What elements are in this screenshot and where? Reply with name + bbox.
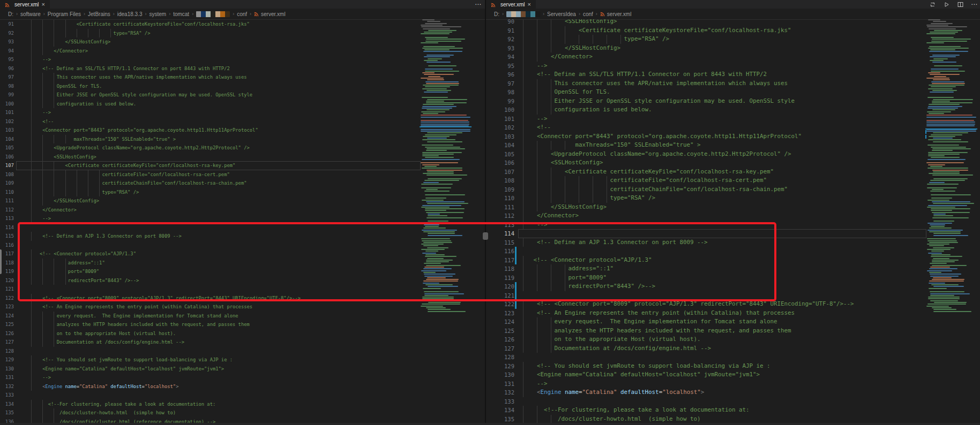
code-line[interactable]: 122 <!-- <Connector port="8009" protocol… xyxy=(0,294,485,303)
code-line[interactable]: 125 analyzes the HTTP headers included w… xyxy=(486,327,980,336)
left-edge-scroll-indicator[interactable] xyxy=(0,249,2,274)
code-line[interactable]: 94 </Connector> xyxy=(486,52,980,62)
breadcrumb-item[interactable]: ServersIdea xyxy=(547,11,577,17)
code-line[interactable]: 115 <!-- Define an AJP 1.3 Connector on … xyxy=(486,238,980,247)
modified-line-indicator[interactable] xyxy=(515,282,517,291)
code-line[interactable]: 113 --> xyxy=(0,214,485,223)
code-line[interactable]: 122 <!-- <Connector port="8009" protocol… xyxy=(486,300,980,309)
code-line[interactable]: 121 xyxy=(486,291,980,300)
code-line[interactable]: 90 <SSLHostConfig> xyxy=(486,19,980,26)
minimap-left[interactable] xyxy=(420,19,472,425)
modified-line-indicator[interactable] xyxy=(515,247,517,256)
code-line[interactable]: 135 /docs/cluster-howto.html (simple how… xyxy=(0,408,485,418)
breadcrumb-item[interactable]: idea18.3.3 xyxy=(117,11,143,17)
code-line[interactable]: 99 Either JSSE or OpenSSL style configur… xyxy=(486,97,980,106)
tab-close-icon[interactable]: × xyxy=(42,2,45,7)
minimap-right[interactable] xyxy=(925,19,977,425)
code-line[interactable]: 119 port="8009" xyxy=(0,267,485,276)
code-line[interactable]: 98 OpenSSL for TLS. xyxy=(0,82,485,91)
code-line[interactable]: 92 type="RSA" /> xyxy=(0,29,485,38)
code-line[interactable]: 126 on to the appropriate Host (virtual … xyxy=(0,329,485,338)
code-line[interactable]: 126 on to the appropriate Host (virtual … xyxy=(486,335,980,344)
code-line[interactable]: 94 </Connector> xyxy=(0,47,485,56)
code-line[interactable]: 93 </SSLHostConfig> xyxy=(0,37,485,47)
breadcrumb-item-redacted[interactable] xyxy=(196,11,230,17)
code-line[interactable]: 130 <Engine name="Catalina" defaultHost=… xyxy=(486,370,980,380)
breadcrumb-item[interactable]: JetBrains xyxy=(87,11,111,17)
code-line[interactable]: 104 maxThreads="150" SSLEnabled="true" > xyxy=(486,141,980,150)
run-button[interactable] xyxy=(943,1,950,8)
code-line[interactable]: 103 <Connector port="8443" protocol="org… xyxy=(486,132,980,141)
scrollbar-right[interactable] xyxy=(977,19,980,425)
code-line[interactable]: 108 certificateFile="conf/localhost-rsa-… xyxy=(0,170,485,179)
split-editor-button[interactable] xyxy=(957,1,964,8)
tab-close-icon[interactable]: × xyxy=(528,2,531,7)
code-line[interactable]: 135 /docs/cluster-howto.html (simple how… xyxy=(486,415,980,424)
breadcrumb-item[interactable]: D: xyxy=(8,11,14,17)
code-line[interactable]: 114 xyxy=(0,223,485,232)
code-line[interactable]: 91 <Certificate certificateKeystoreFile=… xyxy=(486,26,980,35)
open-changes-icon[interactable] xyxy=(929,1,936,8)
code-line[interactable]: 101 --> xyxy=(486,115,980,124)
code-line[interactable]: 111 </SSLHostConfig> xyxy=(0,196,485,206)
code-line[interactable]: 131 --> xyxy=(486,380,980,389)
code-line[interactable]: 121 xyxy=(0,285,485,294)
code-line[interactable]: 118 address="::1" xyxy=(486,264,980,274)
tab-server-xml-left[interactable]: server.xml × xyxy=(0,0,50,9)
code-line[interactable]: 115 <!-- Define an AJP 1.3 Connector on … xyxy=(0,232,485,241)
code-line[interactable]: 99 Either JSSE or OpenSSL style configur… xyxy=(0,90,485,100)
code-line[interactable]: 106 <SSLHostConfig> xyxy=(0,153,485,162)
code-editor-left[interactable]: 91 <Certificate certificateKeystoreFile=… xyxy=(0,19,485,425)
scrollbar-left[interactable] xyxy=(472,19,485,425)
code-line[interactable]: 109 certificateChainFile="conf/localhost… xyxy=(0,179,485,188)
modified-line-indicator[interactable] xyxy=(515,300,517,309)
code-line[interactable]: 127 Documentation at /docs/config/engine… xyxy=(486,344,980,353)
code-line[interactable]: 116 xyxy=(0,241,485,250)
code-line[interactable]: 100 configuration is used below. xyxy=(0,100,485,109)
pane-sash-handle[interactable] xyxy=(483,232,488,240)
code-line[interactable]: 111 </SSLHostConfig> xyxy=(486,203,980,212)
code-line[interactable]: 110 type="RSA" /> xyxy=(486,194,980,203)
code-line[interactable]: 107 <Certificate certificateKeyFile="con… xyxy=(0,161,485,170)
breadcrumb-item[interactable]: Program Files xyxy=(47,11,81,17)
code-line[interactable]: 110 type="RSA" /> xyxy=(0,188,485,197)
code-line[interactable]: 92 type="RSA" /> xyxy=(486,35,980,44)
code-line[interactable]: 105 <UpgradeProtocol className="org.apac… xyxy=(486,150,980,159)
modified-line-indicator[interactable] xyxy=(515,291,517,300)
code-line[interactable]: 117 <!-- <Connector protocol="AJP/1.3" xyxy=(0,249,485,259)
code-line[interactable]: 97 This connector uses the APR/native im… xyxy=(486,79,980,88)
code-line[interactable]: 114 xyxy=(486,229,980,238)
code-line[interactable]: 112 </Connector> xyxy=(486,211,980,221)
code-line[interactable]: 105 <UpgradeProtocol className="org.apac… xyxy=(0,143,485,153)
code-line[interactable]: 104 maxThreads="150" SSLEnabled="true" > xyxy=(0,135,485,144)
code-line[interactable]: 117 <!-- <Connector protocol="AJP/1.3" xyxy=(486,256,980,265)
code-line[interactable]: 134 <!--For clustering, please take a lo… xyxy=(0,400,485,409)
code-line[interactable]: 102 <!-- xyxy=(0,117,485,126)
code-line[interactable]: 132 <Engine name="Catalina" defaultHost=… xyxy=(486,388,980,397)
code-line[interactable]: 120 redirectPort="8443" />--> xyxy=(486,282,980,291)
code-line[interactable]: 95 --> xyxy=(486,62,980,71)
code-line[interactable]: 129 <!-- You should set jvmRoute to supp… xyxy=(0,355,485,365)
breadcrumb-item-redacted[interactable] xyxy=(506,11,541,17)
code-line[interactable]: 123 <!-- An Engine represents the entry … xyxy=(486,309,980,318)
code-line[interactable]: 101 --> xyxy=(0,108,485,117)
breadcrumb-item[interactable]: software xyxy=(20,11,41,17)
breadcrumb-item[interactable]: tomcat xyxy=(173,11,190,17)
code-line[interactable]: 113 --> xyxy=(486,221,980,230)
code-line[interactable]: 124 every request. The Engine implementa… xyxy=(486,317,980,327)
code-line[interactable]: 133 xyxy=(486,397,980,406)
code-line[interactable]: 96 <!-- Define an SSL/TLS HTTP/1.1 Conne… xyxy=(0,64,485,73)
code-editor-right[interactable]: 90 <SSLHostConfig>91 <Certificate certif… xyxy=(486,19,980,425)
code-line[interactable]: 119 port="8009" xyxy=(486,274,980,283)
code-line[interactable]: 127 Documentation at /docs/config/engine… xyxy=(0,338,485,347)
more-actions-button[interactable]: ⋯ xyxy=(971,1,978,8)
code-line[interactable]: 112 </Connector> xyxy=(0,206,485,215)
tab-server-xml-right[interactable]: server.xml × xyxy=(486,0,536,9)
code-line[interactable]: 98 OpenSSL for TLS. xyxy=(486,88,980,97)
code-line[interactable]: 106 <SSLHostConfig> xyxy=(486,158,980,168)
breadcrumb-item[interactable]: conf xyxy=(582,11,594,17)
code-line[interactable]: 125 analyzes the HTTP headers included w… xyxy=(0,320,485,329)
code-line[interactable]: 130 <Engine name="Catalina" defaultHost=… xyxy=(0,365,485,374)
code-line[interactable]: 132 <Engine name="Catalina" defaultHost=… xyxy=(0,382,485,391)
code-line[interactable]: 129 <!-- You should set jvmRoute to supp… xyxy=(486,362,980,371)
